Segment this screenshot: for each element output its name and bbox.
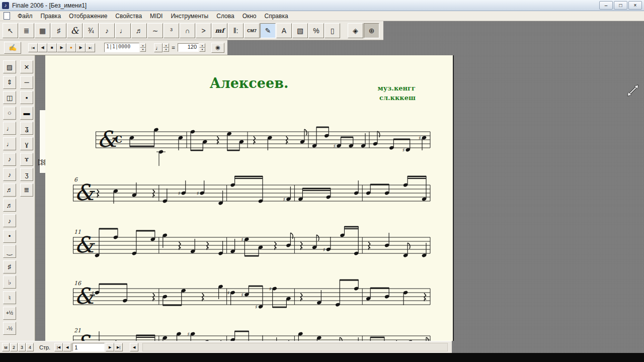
tempo-down-button[interactable]: ▾	[199, 48, 205, 52]
half-rest-button[interactable]: ▬	[20, 107, 33, 120]
last-page-button[interactable]: ▶|	[114, 343, 123, 351]
block-tool[interactable]: ▪	[20, 91, 33, 104]
flat-button[interactable]: ♭	[3, 276, 16, 289]
menu-item-2[interactable]: Отображение	[65, 12, 111, 21]
rewind-button[interactable]: ◀	[38, 43, 47, 52]
titlebar[interactable]: ♪ Finale 2006 - [Без_имени1] – □ ×	[0, 0, 644, 11]
sharp-button[interactable]: ♯	[3, 260, 16, 274]
tempo-value[interactable]: 120	[178, 43, 199, 52]
horizontal-scrollbar[interactable]	[142, 343, 448, 351]
selection-icon: ↖	[8, 27, 14, 35]
eighth-note-button[interactable]: ♪	[3, 153, 16, 166]
tempo-up-button[interactable]: ▴	[199, 43, 205, 48]
tempo-note-button[interactable]: ♩	[154, 43, 163, 52]
menu-item-0[interactable]: Файл	[14, 12, 37, 21]
hand-grabber-tool[interactable]: ◈	[348, 23, 363, 38]
raise-half-step-button[interactable]: +½	[3, 307, 16, 320]
repeat-tool[interactable]: ‖:	[228, 23, 244, 38]
quarter-note-button[interactable]: ♩	[3, 137, 16, 150]
speedy-entry-tool[interactable]: ♬	[131, 23, 147, 38]
staff-tool[interactable]: ≣	[19, 23, 34, 38]
text-entry-tool[interactable]: ✎	[260, 23, 276, 38]
counter-down-button[interactable]: ▾	[140, 48, 146, 52]
record-button[interactable]: ●	[66, 43, 76, 52]
simple-entry-tool[interactable]: ♩	[115, 23, 131, 38]
playback-mode-button[interactable]: ✍	[4, 42, 21, 54]
menu-item-6[interactable]: Слова	[212, 12, 238, 21]
tuplet-tool[interactable]: ³	[164, 23, 179, 38]
maximize-button[interactable]: □	[614, 1, 627, 10]
counter-field[interactable]: 1|1|0000	[104, 43, 139, 52]
close-button[interactable]: ×	[628, 1, 642, 10]
half-note-button[interactable]: ♩	[3, 122, 16, 135]
expression-tool[interactable]: mf	[212, 23, 227, 38]
tuplet-grid-tool[interactable]: ≣	[20, 184, 33, 197]
main-toolbar: ↖≣▦♯&¾♪♩♬∼³∩>mf‖:CM7✎A▧%▯◈⊕	[0, 21, 383, 40]
menu-item-1[interactable]: Правка	[37, 12, 65, 21]
lower-half-step-button[interactable]: -½	[3, 322, 16, 335]
play-button[interactable]: ▶	[57, 43, 66, 52]
next-page-button[interactable]: ▶	[106, 343, 114, 351]
menu-item-8[interactable]: Справка	[261, 12, 292, 21]
clef-tool[interactable]: &	[67, 23, 83, 38]
menu-item-7[interactable]: Окно	[238, 12, 261, 21]
tie-button[interactable]: ‿	[3, 245, 16, 258]
pitch-shift-tool[interactable]: ⇕	[3, 76, 16, 89]
mass-edit-tool[interactable]: ▧	[292, 23, 308, 38]
measure-tool[interactable]: ▦	[35, 23, 50, 38]
menu-item-3[interactable]: Свойства	[111, 12, 146, 21]
page-layout-tool[interactable]: ▯	[325, 23, 340, 38]
speaker-button[interactable]: ◉	[211, 43, 224, 53]
natural-button[interactable]: ♮	[3, 291, 16, 304]
svg-text:♯: ♯	[323, 247, 326, 252]
forward-button[interactable]: ▶	[76, 43, 86, 52]
sixteenth-note-button[interactable]: ♬	[3, 184, 16, 197]
prev-page-button[interactable]: ◀	[63, 343, 71, 351]
quarter-rest-button[interactable]: ʓ	[20, 122, 33, 135]
page-number-input[interactable]	[72, 343, 105, 351]
note-mover-tool[interactable]: ♪	[99, 23, 115, 38]
menu-item-5[interactable]: Инструменты	[167, 12, 212, 21]
chord-tool[interactable]: CM7	[244, 23, 260, 38]
key-signature-tool[interactable]: ♯	[51, 23, 66, 38]
view-button-1[interactable]: 2	[10, 343, 18, 351]
document-icon[interactable]	[4, 12, 10, 20]
eighth-note-alt-button[interactable]: ♪	[3, 168, 16, 181]
counter-up-button[interactable]: ▴	[140, 43, 146, 48]
slur-tool[interactable]: ∩	[180, 23, 195, 38]
thirtysecond-note-button[interactable]: ♬	[3, 199, 16, 212]
stop-button[interactable]: ■	[47, 43, 57, 52]
sixteenth-rest-button[interactable]: ɤ	[20, 153, 33, 166]
resize-tool[interactable]: %	[308, 23, 324, 38]
ledger-line-tool[interactable]: ─	[20, 76, 33, 89]
text-tool[interactable]: A	[276, 23, 292, 38]
go-to-start-button[interactable]: |◀	[28, 43, 38, 52]
go-to-end-button[interactable]: ▶|	[86, 43, 95, 52]
first-page-button[interactable]: |◀	[54, 343, 63, 351]
minimize-button[interactable]: –	[599, 1, 613, 10]
rest-alt-button[interactable]: ʒ	[20, 168, 33, 181]
time-signature-tool[interactable]: ¾	[83, 23, 99, 38]
svg-text:♯: ♯	[241, 292, 244, 298]
augmentation-dot-button[interactable]: •	[3, 230, 16, 243]
whole-note-button[interactable]: ○	[3, 107, 16, 120]
menu-item-4[interactable]: MIDI	[146, 12, 167, 21]
selection-tool[interactable]: ↖	[3, 23, 18, 38]
transport-controls: |◀◀■▶●▶▶|	[28, 43, 95, 52]
delete-tool[interactable]: ✕	[20, 60, 33, 73]
smartshape-tool[interactable]: ∼	[147, 23, 163, 38]
scroll-left-button[interactable]: ◀	[130, 343, 138, 351]
eighth-rest-button[interactable]: ɣ	[20, 137, 33, 150]
tempo-note-down-button[interactable]: ▾	[163, 48, 169, 52]
score-page[interactable]: Алексеев. муз.кенгг сл.кккеш &C♯♯♯&♯♯♯6&…	[45, 55, 454, 341]
articulation-tool[interactable]: >	[196, 23, 211, 38]
beam-tool[interactable]: ◫	[3, 91, 16, 104]
grace-note-button[interactable]: ♪	[3, 214, 16, 227]
tempo-note-up-button[interactable]: ▴	[163, 43, 169, 48]
measure-number: 11	[74, 229, 81, 235]
view-button-2[interactable]: 3	[18, 343, 26, 351]
view-button-3[interactable]: 4	[26, 343, 34, 351]
eraser-tool[interactable]: ▨	[3, 60, 16, 73]
zoom-tool[interactable]: ⊕	[364, 23, 379, 38]
view-button-0[interactable]: м	[2, 343, 10, 351]
